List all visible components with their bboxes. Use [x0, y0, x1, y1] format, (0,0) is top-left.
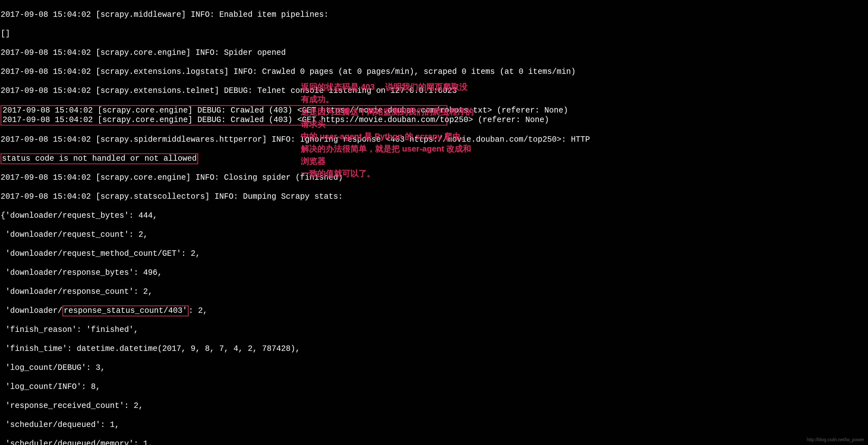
stat-suffix: : 2, [188, 306, 208, 315]
annotation-line: 一致的值就可以了。 [301, 167, 475, 180]
stat-line: 'downloader/response_count': 2, [1, 287, 867, 297]
stat-line: 'downloader/response_bytes': 496, [1, 268, 867, 278]
stat-line: 'log_count/INFO': 8, [1, 382, 867, 392]
log-line: [] [1, 29, 867, 39]
annotation-comment: 返回的状态码是 403 ，说明我们的网页爬取没有成功。 这是因为豆瓣这个网站监测… [301, 81, 475, 180]
annotation-line: 解决的办法很简单，就是把 user-agent 改成和浏览器 [301, 143, 475, 167]
annotation-line: 中的 user-agent 是 Python 的 scrapy 爬虫。 [301, 130, 475, 143]
log-line: 2017-09-08 15:04:02 [scrapy.extensions.l… [1, 67, 867, 77]
stat-line: 'downloader/request_count': 2, [1, 230, 867, 240]
stat-line: {'downloader/request_bytes': 444, [1, 211, 867, 220]
stat-line: 'downloader/response_status_count/403': … [1, 306, 867, 316]
terminal-output: 2017-09-08 15:04:02 [scrapy.middleware] … [1, 1, 867, 445]
log-line: 2017-09-08 15:04:02 [scrapy.statscollect… [1, 192, 867, 202]
log-line: 2017-09-08 15:04:02 [scrapy.core.engine]… [1, 48, 867, 58]
highlighted-403-stat: response_status_count/403' [62, 305, 188, 316]
stat-line: 'scheduler/dequeued/memory': 1, [1, 439, 867, 445]
annotation-line: 这是因为豆瓣这个网站监测到我们的爬虫程序的请求头 [301, 106, 475, 130]
stat-line: 'log_count/DEBUG': 3, [1, 363, 867, 373]
stat-line: 'downloader/request_method_count/GET': 2… [1, 249, 867, 259]
stat-line: 'response_received_count': 2, [1, 401, 867, 411]
stat-prefix: 'downloader/ [1, 306, 62, 315]
stat-line: 'finish_time': datetime.datetime(2017, 9… [1, 344, 867, 354]
highlighted-status-text: status code is not handled or not allowe… [1, 153, 198, 164]
watermark: http://blog.csdn.net/lw_power [807, 437, 864, 442]
stat-line: 'finish_reason': 'finished', [1, 325, 867, 335]
annotation-line: 返回的状态码是 403 ，说明我们的网页爬取没有成功。 [301, 81, 475, 106]
log-line: 2017-09-08 15:04:02 [scrapy.middleware] … [1, 10, 867, 20]
stat-line: 'scheduler/dequeued': 1, [1, 420, 867, 430]
